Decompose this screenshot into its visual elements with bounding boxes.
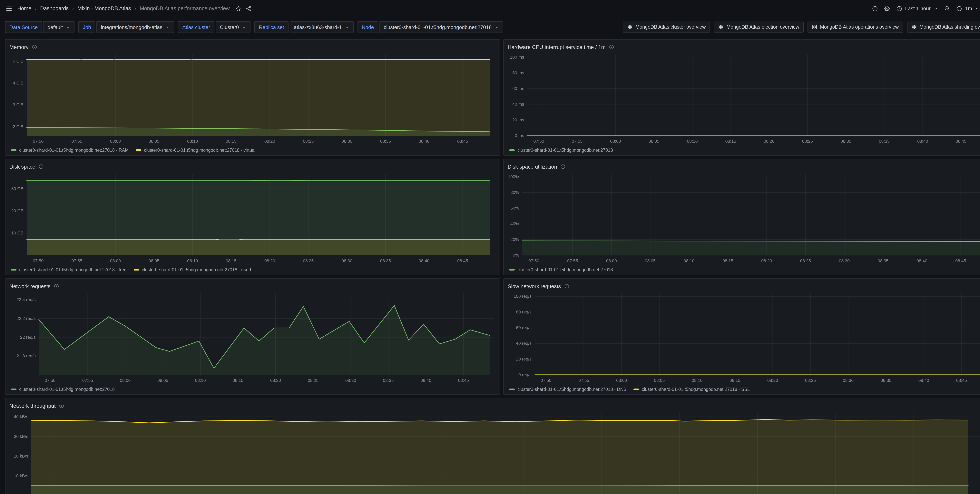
panel-title: Network requests xyxy=(10,283,51,289)
nav-actions: Last 1 hour 1m xyxy=(872,5,980,12)
legend-item[interactable]: cluster0-shard-01-01.t5hdg.mongodb.net:2… xyxy=(509,148,613,153)
breadcrumb-item[interactable]: Mixin - MongoDB Atlas xyxy=(78,5,131,11)
info-icon[interactable] xyxy=(32,44,37,50)
svg-text:0%: 0% xyxy=(513,253,519,258)
menu-icon[interactable] xyxy=(5,5,13,11)
panel-header[interactable]: Disk space xyxy=(10,161,496,172)
legend-item[interactable]: cluster0-shard-01-01.t5hdg.mongodb.net:2… xyxy=(509,268,613,272)
variable-value-dropdown[interactable]: cluster0-shard-01-01.t5hdg.mongodb.net:2… xyxy=(379,21,504,33)
svg-text:08:15: 08:15 xyxy=(226,258,237,263)
svg-text:08:40: 08:40 xyxy=(418,258,430,263)
panel-title: Disk space xyxy=(10,164,35,170)
variable-label: Atlas cluster xyxy=(178,21,215,33)
network-requests-chart[interactable]: 07:5007:5508:0008:0508:1008:1508:2008:25… xyxy=(10,291,496,385)
dashboard-link[interactable]: MongoDB Atlas operations overview xyxy=(808,22,903,33)
info-icon[interactable] xyxy=(564,284,570,289)
svg-text:40%: 40% xyxy=(511,222,519,226)
svg-text:08:15: 08:15 xyxy=(233,378,243,383)
panel-header[interactable]: Network throughput xyxy=(10,401,980,411)
time-range-picker[interactable]: Last 1 hour xyxy=(896,5,938,11)
submenu-bar: Data SourcedefaultJobintegrations/mongod… xyxy=(0,17,980,37)
disk-utilization-chart[interactable]: 07:5007:5508:0008:0508:1008:1508:2008:25… xyxy=(508,172,980,265)
panel-disk-space: Disk space 07:5007:5508:0008:0508:1008:1… xyxy=(5,159,500,275)
dashboard-links: MongoDB Atlas cluster overviewMongoDB At… xyxy=(623,22,980,33)
panel-header[interactable]: Disk space utilization xyxy=(508,161,980,172)
svg-text:08:25: 08:25 xyxy=(805,378,816,383)
panel-header[interactable]: Hardware CPU interrupt service time / 1m xyxy=(508,42,980,52)
svg-text:30 GB: 30 GB xyxy=(11,186,24,191)
svg-text:20 req/s: 20 req/s xyxy=(516,357,532,362)
svg-text:20 ms: 20 ms xyxy=(512,118,524,122)
legend-item[interactable]: cluster0-shard-01-01.t5hdg.mongodb.net:2… xyxy=(11,268,126,272)
panel-network-throughput: Network throughput 07:5007:5508:0008:050… xyxy=(5,398,980,494)
variable-value-dropdown[interactable]: atlas-zx8u63-shard-1 xyxy=(290,21,353,33)
info-icon[interactable] xyxy=(38,164,44,169)
slow-network-requests-chart[interactable]: 07:5007:5508:0008:0508:1008:1508:2008:25… xyxy=(508,291,980,385)
variable-label: Node xyxy=(358,21,378,33)
chevron-down-icon xyxy=(933,6,938,11)
legend-label: cluster0-shard-01-01.t5hdg.mongodb.net:2… xyxy=(144,148,256,153)
legend-item[interactable]: cluster0-shard-01-01.t5hdg.mongodb.net:2… xyxy=(136,148,256,153)
info-icon[interactable] xyxy=(560,164,566,169)
legend-label: cluster0-shard-01-01.t5hdg.mongodb.net:2… xyxy=(517,148,613,153)
svg-text:100 req/s: 100 req/s xyxy=(514,294,531,299)
disk-space-chart[interactable]: 07:5007:5508:0008:0508:1008:1508:2008:25… xyxy=(10,172,496,265)
panel-header[interactable]: Network requests xyxy=(10,281,496,291)
legend-swatch xyxy=(136,149,141,151)
variable-value-dropdown[interactable]: integrations/mongodb-atlas xyxy=(97,21,174,33)
memory-chart[interactable]: 07:5007:5508:0008:0508:1008:1508:2008:25… xyxy=(10,52,496,146)
chevron-down-icon xyxy=(242,25,247,29)
svg-text:08:25: 08:25 xyxy=(308,378,318,383)
legend-item[interactable]: cluster0-shard-01-01.t5hdg.mongodb.net:2… xyxy=(509,387,627,392)
info-icon[interactable] xyxy=(609,44,614,50)
info-icon[interactable] xyxy=(59,403,64,408)
dashboard-grid-icon xyxy=(911,24,917,30)
refresh-picker[interactable]: 1m xyxy=(956,5,980,11)
variable-value-dropdown[interactable]: Cluster0 xyxy=(216,21,251,33)
dashboard-link[interactable]: MongoDB Atlas sharding overview xyxy=(907,22,980,33)
svg-text:60 req/s: 60 req/s xyxy=(516,325,532,330)
variable-value-dropdown[interactable]: default xyxy=(43,21,75,33)
legend-item[interactable]: cluster0-shard-01-01.t5hdg.mongodb.net:2… xyxy=(633,387,750,392)
svg-text:08:20: 08:20 xyxy=(270,378,281,383)
svg-text:08:45: 08:45 xyxy=(956,139,966,144)
cpu-interrupt-chart[interactable]: 07:5007:5508:0008:0508:1008:1508:2008:25… xyxy=(508,52,980,146)
refresh-interval-label[interactable]: 1m xyxy=(965,5,972,11)
share-icon[interactable] xyxy=(245,5,252,11)
svg-text:10 kB/s: 10 kB/s xyxy=(14,473,28,478)
svg-text:08:10: 08:10 xyxy=(687,139,698,144)
dashboard-link[interactable]: MongoDB Atlas election overview xyxy=(714,22,803,33)
svg-text:3 GiB: 3 GiB xyxy=(13,102,24,107)
network-throughput-chart[interactable]: 07:5007:5508:0008:0508:1008:1508:2008:25… xyxy=(10,411,980,494)
svg-text:08:00: 08:00 xyxy=(110,258,121,263)
panel-slow-network-requests: Slow network requests 07:5007:5508:0008:… xyxy=(503,278,980,395)
dashboard-settings-icon[interactable] xyxy=(884,5,890,11)
breadcrumb-separator: › xyxy=(72,5,74,11)
zoom-out-time-icon[interactable] xyxy=(944,5,950,11)
info-icon[interactable] xyxy=(54,284,59,289)
chevron-down-icon[interactable] xyxy=(975,6,980,11)
legend-item[interactable]: cluster0-shard-01-01.t5hdg.mongodb.net:2… xyxy=(134,268,251,272)
svg-text:07:55: 07:55 xyxy=(72,139,82,144)
chevron-down-icon xyxy=(165,25,170,29)
legend-item[interactable]: cluster0-shard-01-01.t5hdg.mongodb.net:2… xyxy=(11,387,115,392)
breadcrumb-item: MongoDB Atlas performance overview xyxy=(140,5,230,11)
variable-value: atlas-zx8u63-shard-1 xyxy=(294,24,342,30)
star-icon[interactable] xyxy=(235,5,242,11)
dashboard-grid-icon xyxy=(812,24,817,30)
legend-swatch xyxy=(509,269,515,271)
dashboard-link[interactable]: MongoDB Atlas cluster overview xyxy=(623,22,710,33)
breadcrumb-item[interactable]: Dashboards xyxy=(40,5,69,11)
svg-text:20%: 20% xyxy=(511,237,519,242)
dashboard-insights-icon[interactable] xyxy=(872,5,878,11)
panel-header[interactable]: Slow network requests xyxy=(508,281,980,291)
breadcrumb-item[interactable]: Home xyxy=(17,5,31,11)
svg-text:08:00: 08:00 xyxy=(606,258,617,263)
svg-text:08:35: 08:35 xyxy=(878,258,888,263)
chevron-down-icon xyxy=(345,25,349,29)
panel-header[interactable]: Memory xyxy=(10,42,496,52)
svg-text:08:05: 08:05 xyxy=(149,139,159,144)
dashboard-grid: Memory 07:5007:5508:0008:0508:1008:1508:… xyxy=(0,37,980,494)
legend-item[interactable]: cluster0-shard-01-01.t5hdg.mongodb.net:2… xyxy=(11,148,129,153)
refresh-icon[interactable] xyxy=(956,5,963,11)
